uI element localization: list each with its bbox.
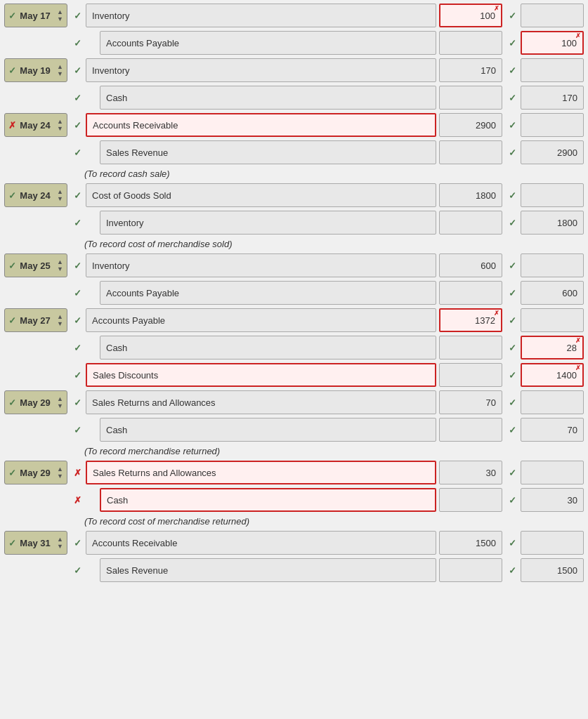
date-check-icon: ✓ xyxy=(8,190,16,201)
date-box[interactable]: ✓May 17▲▼ xyxy=(4,4,67,27)
account-box[interactable]: Accounts Receivable xyxy=(86,113,436,137)
credit-box[interactable] xyxy=(521,113,584,137)
debit-box[interactable]: ✗1372 xyxy=(439,308,502,332)
credit-cell xyxy=(521,390,584,414)
credit-cell: 1800 xyxy=(521,211,584,235)
account-cell: Accounts Receivable xyxy=(86,531,436,555)
debit-box[interactable]: 170 xyxy=(439,58,502,82)
account-box[interactable]: Accounts Payable xyxy=(86,308,436,332)
credit-box[interactable] xyxy=(521,4,584,27)
account-box[interactable]: Accounts Payable xyxy=(100,31,436,55)
credit-box[interactable]: ✗28 xyxy=(521,336,584,360)
date-arrows[interactable]: ▲▼ xyxy=(57,466,63,480)
account-box[interactable]: Sales Revenue xyxy=(100,140,436,164)
date-box[interactable]: ✓May 24▲▼ xyxy=(4,183,67,207)
date-box[interactable]: ✓May 29▲▼ xyxy=(4,461,67,484)
debit-box[interactable]: 1500 xyxy=(439,531,502,555)
entry-row: ✓Cash✓70 xyxy=(4,417,584,442)
credit-check-cell: ✓ xyxy=(505,260,519,271)
credit-box[interactable]: 1500 xyxy=(521,558,584,582)
account-box[interactable]: Accounts Receivable xyxy=(86,531,436,555)
debit-box[interactable]: ✗100 xyxy=(439,4,502,27)
account-box[interactable]: Sales Returns and Allowances xyxy=(86,390,436,414)
credit-amount: 170 xyxy=(562,93,577,103)
debit-box[interactable] xyxy=(439,488,502,512)
debit-cell xyxy=(439,488,502,512)
credit-amount: 30 xyxy=(568,495,577,506)
date-text: May 17 xyxy=(16,11,54,21)
debit-box[interactable] xyxy=(439,31,502,55)
date-arrows[interactable]: ▲▼ xyxy=(57,188,63,202)
account-cell: Cash xyxy=(86,336,436,360)
account-box[interactable]: Accounts Payable xyxy=(100,281,436,305)
credit-cell: 70 xyxy=(521,418,584,442)
date-arrows[interactable]: ▲▼ xyxy=(57,536,63,550)
date-check-icon: ✓ xyxy=(8,65,16,76)
date-arrows[interactable]: ▲▼ xyxy=(57,63,63,77)
account-box[interactable]: Inventory xyxy=(86,253,436,277)
date-box[interactable]: ✓May 27▲▼ xyxy=(4,308,67,332)
entry-row: ✓May 25▲▼✓Inventory600✓ xyxy=(4,253,584,278)
debit-box[interactable] xyxy=(439,140,502,164)
credit-box[interactable] xyxy=(521,461,584,484)
account-box[interactable]: Cash xyxy=(100,86,436,110)
account-box[interactable]: Sales Discounts xyxy=(86,363,436,387)
date-cell xyxy=(4,211,67,235)
date-arrows[interactable]: ▲▼ xyxy=(57,395,63,409)
debit-box[interactable] xyxy=(439,558,502,582)
credit-box[interactable]: 170 xyxy=(521,86,584,110)
credit-box[interactable] xyxy=(521,390,584,414)
date-box[interactable]: ✓May 31▲▼ xyxy=(4,531,67,555)
credit-check-cell: ✓ xyxy=(505,495,519,506)
credit-box[interactable] xyxy=(521,183,584,207)
credit-box[interactable]: 2900 xyxy=(521,140,584,164)
entry-row: ✓Sales Revenue✓1500 xyxy=(4,558,584,583)
credit-box[interactable]: 1800 xyxy=(521,211,584,235)
credit-box[interactable]: ✗100 xyxy=(521,31,584,55)
debit-box[interactable]: 2900 xyxy=(439,113,502,137)
credit-box[interactable] xyxy=(521,58,584,82)
credit-box[interactable]: 600 xyxy=(521,281,584,305)
credit-box[interactable]: 30 xyxy=(521,488,584,512)
credit-box[interactable]: ✗1400 xyxy=(521,363,584,387)
account-box[interactable]: Sales Returns and Allowances xyxy=(86,461,436,484)
debit-box[interactable] xyxy=(439,211,502,235)
debit-cell xyxy=(439,281,502,305)
account-cell: Inventory xyxy=(86,253,436,277)
account-box[interactable]: Inventory xyxy=(86,4,436,27)
debit-box[interactable] xyxy=(439,336,502,360)
date-arrows[interactable]: ▲▼ xyxy=(57,8,63,22)
account-check-cell: ✓ xyxy=(70,538,84,548)
account-box[interactable]: Cash xyxy=(100,336,436,360)
account-check-icon: ✓ xyxy=(74,120,81,131)
account-box[interactable]: Inventory xyxy=(100,211,436,235)
account-box[interactable]: Cost of Goods Sold xyxy=(86,183,436,207)
credit-box[interactable] xyxy=(521,308,584,332)
debit-box[interactable] xyxy=(439,281,502,305)
credit-amount: 600 xyxy=(562,288,577,298)
debit-cell xyxy=(439,418,502,442)
account-box[interactable]: Cash xyxy=(100,418,436,442)
credit-box[interactable] xyxy=(521,253,584,277)
debit-box[interactable]: 70 xyxy=(439,390,502,414)
account-check-cell: ✓ xyxy=(70,260,84,271)
date-box[interactable]: ✗May 24▲▼ xyxy=(4,113,67,137)
debit-box[interactable] xyxy=(439,418,502,442)
date-box[interactable]: ✓May 29▲▼ xyxy=(4,390,67,414)
credit-box[interactable] xyxy=(521,531,584,555)
debit-box[interactable] xyxy=(439,363,502,387)
credit-box[interactable]: 70 xyxy=(521,418,584,442)
date-arrows[interactable]: ▲▼ xyxy=(57,313,63,327)
account-box[interactable]: Inventory xyxy=(86,58,436,82)
debit-box[interactable] xyxy=(439,86,502,110)
account-box[interactable]: Cash xyxy=(100,488,436,512)
account-box[interactable]: Sales Revenue xyxy=(100,558,436,582)
debit-box[interactable]: 1800 xyxy=(439,183,502,207)
account-check-icon: ✓ xyxy=(74,565,81,576)
debit-box[interactable]: 600 xyxy=(439,253,502,277)
date-arrows[interactable]: ▲▼ xyxy=(57,118,63,132)
date-box[interactable]: ✓May 19▲▼ xyxy=(4,58,67,82)
debit-box[interactable]: 30 xyxy=(439,461,502,484)
date-arrows[interactable]: ▲▼ xyxy=(57,258,63,272)
date-box[interactable]: ✓May 25▲▼ xyxy=(4,253,67,277)
